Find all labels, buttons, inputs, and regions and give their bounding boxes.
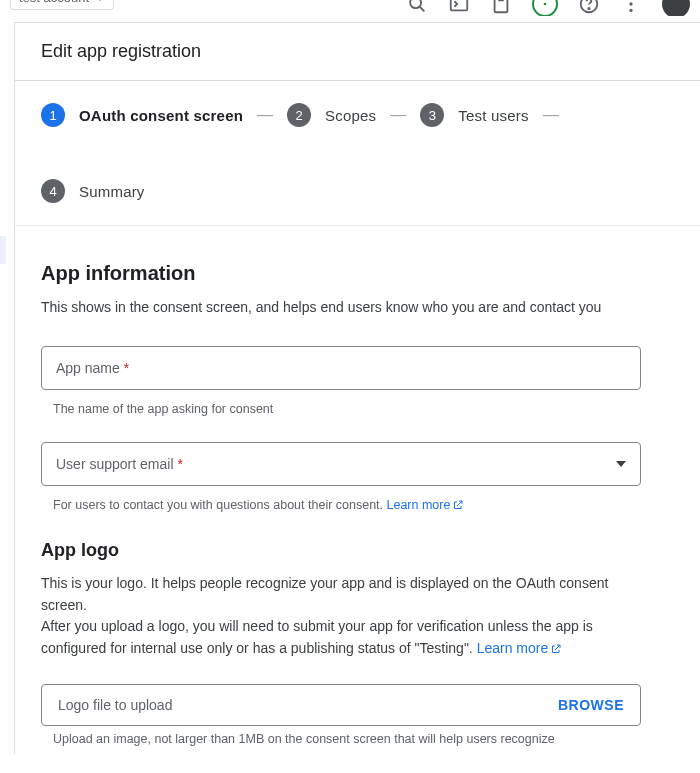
external-link-icon — [452, 499, 464, 514]
step-label: Scopes — [325, 107, 376, 124]
step-number: 4 — [41, 179, 65, 203]
step-number: 2 — [287, 103, 311, 127]
support-email-helper: For users to contact you with questions … — [41, 492, 674, 514]
learn-more-link[interactable]: Learn more — [387, 498, 465, 512]
step-label: Test users — [458, 107, 528, 124]
svg-rect-3 — [495, 0, 508, 12]
top-bar: test account ▼ — [0, 0, 700, 16]
learn-more-link[interactable]: Learn more — [477, 640, 563, 656]
svg-line-1 — [420, 7, 425, 12]
step-summary[interactable]: 4 Summary — [41, 179, 145, 203]
section-title-app-logo: App logo — [41, 540, 674, 561]
browse-button[interactable]: BROWSE — [558, 697, 624, 713]
svg-rect-2 — [451, 0, 468, 10]
svg-point-10 — [629, 9, 632, 12]
svg-point-6 — [581, 0, 598, 12]
logo-upload-field[interactable]: Logo file to upload BROWSE — [41, 684, 641, 726]
page-title: Edit app registration — [15, 23, 700, 81]
step-separator: — — [257, 106, 273, 124]
step-scopes[interactable]: 2 Scopes — [287, 103, 376, 127]
step-separator: — — [543, 106, 559, 124]
logo-upload-label: Logo file to upload — [58, 697, 172, 713]
account-chip[interactable]: test account ▼ — [10, 0, 114, 10]
docs-icon[interactable] — [490, 0, 512, 15]
step-label: Summary — [79, 183, 145, 200]
trial-status-icon[interactable] — [532, 0, 558, 16]
section-desc-app-info: This shows in the consent screen, and he… — [41, 297, 641, 318]
svg-point-7 — [588, 8, 589, 9]
step-test-users[interactable]: 3 Test users — [420, 103, 528, 127]
account-label: test account — [19, 0, 89, 5]
logo-upload-helper: Upload an image, not larger than 1MB on … — [41, 726, 641, 746]
help-icon[interactable] — [578, 0, 600, 15]
step-number: 1 — [41, 103, 65, 127]
console-icon[interactable] — [448, 0, 470, 15]
page-panel: Edit app registration 1 OAuth consent sc… — [14, 22, 700, 754]
svg-point-9 — [629, 2, 632, 5]
step-oauth-consent[interactable]: 1 OAuth consent screen — [41, 103, 243, 127]
top-icons — [406, 0, 690, 16]
section-desc-app-logo: This is your logo. It helps people recog… — [41, 573, 651, 662]
app-name-helper: The name of the app asking for consent — [41, 396, 674, 416]
chevron-down-icon — [616, 461, 626, 467]
app-name-field[interactable]: App name * — [41, 346, 674, 390]
content-area: App information This shows in the consen… — [15, 226, 700, 754]
nav-active-strip — [0, 236, 6, 264]
avatar[interactable] — [662, 0, 690, 16]
svg-point-0 — [410, 0, 421, 8]
svg-point-5 — [544, 3, 545, 4]
search-icon[interactable] — [406, 0, 428, 15]
support-email-field[interactable]: User support email * — [41, 442, 674, 486]
chevron-down-icon: ▼ — [95, 0, 105, 3]
app-name-label: App name * — [56, 360, 129, 376]
more-icon[interactable] — [620, 0, 642, 15]
step-separator: — — [390, 106, 406, 124]
support-email-label: User support email * — [56, 456, 183, 472]
section-title-app-info: App information — [41, 262, 674, 285]
step-label: OAuth consent screen — [79, 107, 243, 124]
external-link-icon — [550, 640, 562, 662]
step-number: 3 — [420, 103, 444, 127]
stepper: 1 OAuth consent screen — 2 Scopes — 3 Te… — [15, 81, 700, 226]
